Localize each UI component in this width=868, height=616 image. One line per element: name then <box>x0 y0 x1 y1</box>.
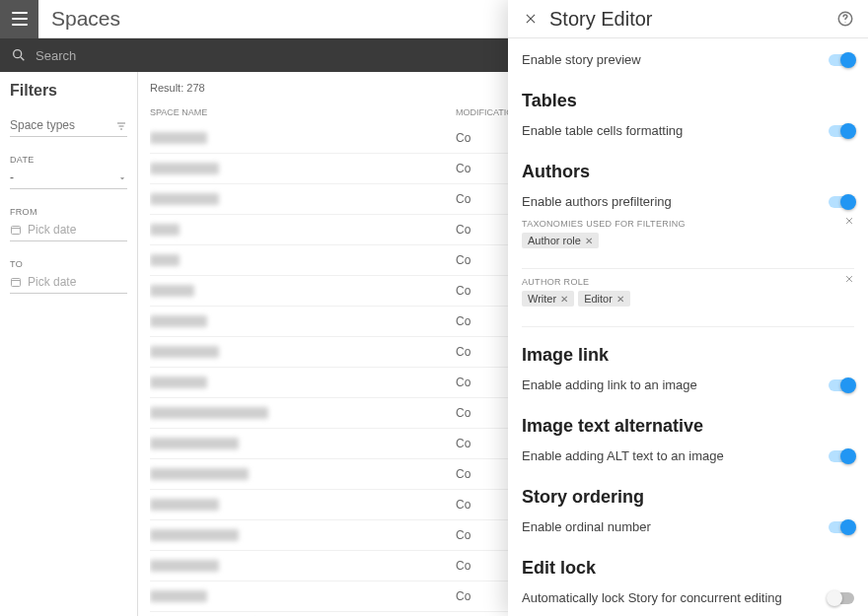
setting-auto-lock: Automatically lock Story for concurrent … <box>522 584 854 611</box>
search-icon <box>8 47 30 63</box>
taxonomy-chip: Author role✕ <box>522 233 599 248</box>
author-role-field: Author role Writer✕Editor✕ <box>522 273 854 318</box>
date-label: DATE <box>10 155 127 165</box>
drawer-header: Story Editor <box>508 0 868 38</box>
drawer-body[interactable]: Enable story preview Tables Enable table… <box>508 38 868 616</box>
chip-remove-icon[interactable]: ✕ <box>585 236 593 246</box>
svg-point-12 <box>844 22 845 23</box>
setting-story-preview: Enable story preview <box>522 46 854 73</box>
space-types-filter-icon[interactable] <box>115 120 127 132</box>
toggle-image-alt[interactable] <box>829 450 854 462</box>
setting-authors-prefilter: Enable authors prefiltering <box>522 188 854 215</box>
setting-image-link: Enable adding link to an image <box>522 372 854 398</box>
calendar-icon <box>10 224 22 236</box>
clear-author-role-icon[interactable] <box>844 273 854 287</box>
toggle-authors-prefilter[interactable] <box>829 196 854 208</box>
toggle-ordinal[interactable] <box>829 521 854 533</box>
to-label: TO <box>10 259 127 269</box>
section-ordering: Story ordering <box>522 487 854 508</box>
section-authors: Authors <box>522 162 854 182</box>
svg-rect-7 <box>12 279 21 287</box>
toggle-table-cells[interactable] <box>829 125 854 137</box>
from-date-input[interactable]: Pick date <box>10 219 127 241</box>
section-edit-lock: Edit lock <box>522 558 854 579</box>
calendar-icon <box>10 276 22 288</box>
svg-point-0 <box>14 50 22 58</box>
svg-line-1 <box>21 57 24 60</box>
from-placeholder: Pick date <box>28 223 76 237</box>
to-date-input[interactable]: Pick date <box>10 271 127 294</box>
help-icon[interactable] <box>836 10 854 28</box>
section-image-link: Image link <box>522 345 854 366</box>
app-title: Spaces <box>38 7 120 31</box>
filters-title: Filters <box>10 82 127 100</box>
chip-label: Writer <box>528 293 556 305</box>
author-role-chip: Writer✕ <box>522 291 574 307</box>
setting-image-alt: Enable adding ALT text to an image <box>522 443 854 469</box>
chip-label: Author role <box>528 235 581 246</box>
chip-label: Editor <box>584 293 613 305</box>
filters-sidebar: Filters DATE <box>0 72 138 616</box>
hamburger-menu-button[interactable] <box>0 0 38 38</box>
toggle-auto-lock[interactable] <box>829 592 854 604</box>
space-types-input[interactable] <box>10 114 127 137</box>
story-editor-drawer: Story Editor Enable story preview Tables… <box>508 0 868 616</box>
chip-remove-icon[interactable]: ✕ <box>560 294 568 305</box>
setting-ordinal: Enable ordinal number <box>522 513 854 540</box>
setting-table-cells: Enable table cells formatting <box>522 117 854 144</box>
chevron-down-icon <box>117 173 127 183</box>
toggle-image-link[interactable] <box>829 379 854 391</box>
taxonomies-field: TAXONOMIES USED FOR FILTERING Author rol… <box>522 215 854 260</box>
col-header-name[interactable]: SPACE NAME <box>150 107 456 117</box>
divider <box>522 326 854 327</box>
close-icon[interactable] <box>522 10 540 28</box>
svg-rect-5 <box>12 227 21 235</box>
author-role-chip: Editor✕ <box>578 291 630 307</box>
section-image-alt: Image text alternative <box>522 416 854 437</box>
from-label: FROM <box>10 207 127 217</box>
clear-taxonomies-icon[interactable] <box>844 215 854 229</box>
toggle-story-preview[interactable] <box>829 54 854 66</box>
to-placeholder: Pick date <box>28 275 76 289</box>
section-tables: Tables <box>522 91 854 111</box>
divider <box>522 268 854 269</box>
date-select[interactable] <box>10 167 127 189</box>
chip-remove-icon[interactable]: ✕ <box>616 294 624 305</box>
drawer-title: Story Editor <box>540 8 836 31</box>
